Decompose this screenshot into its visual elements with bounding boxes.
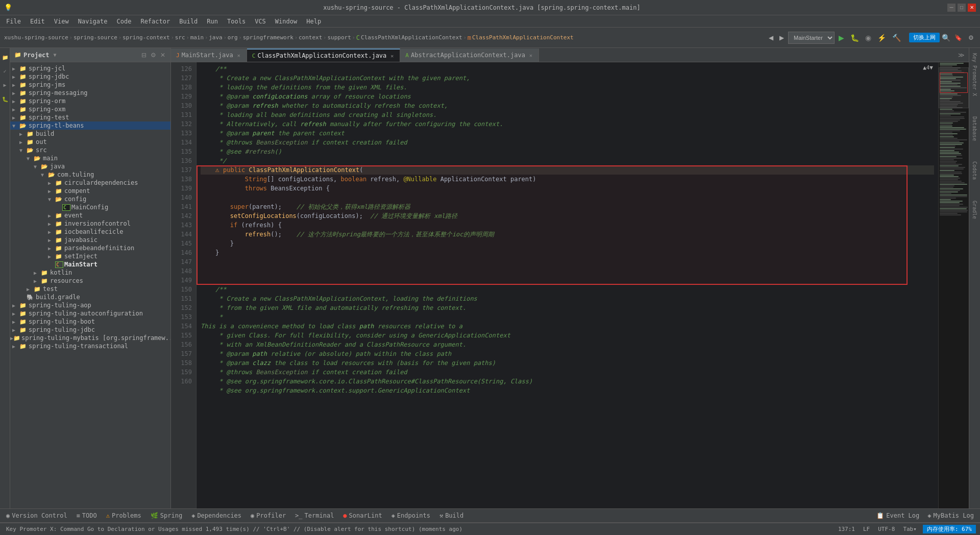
tree-item[interactable]: ▶📁spring-tuling-autoconfiguration: [10, 309, 170, 318]
tree-item[interactable]: ▶📁inversionofcontrol: [10, 220, 170, 228]
tree-item[interactable]: ▶📁spring-messaging: [10, 89, 170, 97]
coverage-button[interactable]: ◉: [863, 33, 873, 43]
menu-item-help[interactable]: Help: [302, 17, 325, 26]
bottom-tab-spring[interactable]: 🌿 Spring: [146, 511, 186, 520]
breadcrumb-main[interactable]: main: [190, 34, 204, 41]
switch-network-button[interactable]: 切换上网: [909, 33, 940, 42]
tree-item[interactable]: ▶📁spring-jdbc: [10, 72, 170, 81]
tree-item[interactable]: ▶📁spring-tuling-boot: [10, 318, 170, 326]
project-collapse-button[interactable]: ⊟: [140, 51, 148, 60]
commit-icon[interactable]: ✓: [0, 66, 10, 76]
status-line[interactable]: 137:1: [836, 526, 857, 532]
breadcrumb-org[interactable]: org: [228, 34, 238, 41]
tree-item[interactable]: ▼📂main: [10, 154, 170, 162]
bottom-tab-versioncontrol[interactable]: ◉ Version Control: [2, 511, 71, 520]
menu-item-code[interactable]: Code: [113, 17, 136, 26]
menu-item-run[interactable]: Run: [203, 17, 222, 26]
tree-item[interactable]: ▼📂com.tuling: [10, 171, 170, 179]
memory-usage[interactable]: 内存使用率: 67%: [923, 525, 976, 533]
tree-item[interactable]: ▶📁circulardependencies: [10, 179, 170, 187]
bottom-tab-problems[interactable]: ⚠ Problems: [102, 511, 145, 520]
project-settings-button[interactable]: ⚙: [150, 51, 157, 60]
scroll-map[interactable]: [938, 62, 969, 508]
debug-button[interactable]: 🐛: [848, 33, 861, 43]
tree-item[interactable]: ▶📁spring-tuling-transactional: [10, 342, 170, 350]
menu-item-build[interactable]: Build: [175, 17, 202, 26]
tree-item[interactable]: ▶📁build: [10, 130, 170, 138]
tree-item[interactable]: ▶📁setInject: [10, 252, 170, 260]
tree-item[interactable]: ▶📁javabasic: [10, 236, 170, 244]
tree-item[interactable]: ▼📂config: [10, 195, 170, 203]
tree-item[interactable]: ▶📁spring-tuling-mybatis [org.springframe…: [10, 334, 170, 342]
tab-abstractapplication[interactable]: A AbstractApplicationContext.java ✕: [400, 48, 539, 62]
menu-item-refactor[interactable]: Refactor: [136, 17, 174, 26]
tree-item[interactable]: ▶📁test: [10, 285, 170, 293]
tree-item[interactable]: ▶📁spring-tuling-aop: [10, 301, 170, 309]
bottom-tab-eventlog[interactable]: 📋 Event Log: [872, 511, 923, 520]
menu-item-vcs[interactable]: VCS: [251, 17, 270, 26]
maximize-button[interactable]: □: [958, 4, 966, 12]
menu-item-tools[interactable]: Tools: [223, 17, 250, 26]
tree-item[interactable]: ▶📁parsebeandefinition: [10, 244, 170, 252]
project-dropdown-icon[interactable]: ▼: [54, 52, 57, 58]
search-button[interactable]: 🔍: [942, 34, 950, 42]
project-icon[interactable]: 📁: [0, 52, 10, 62]
code-content[interactable]: /** * Create a new ClassPathXmlApplicati…: [197, 62, 938, 508]
tree-item[interactable]: ▶📁event: [10, 211, 170, 220]
debug-side-icon[interactable]: 🐛: [0, 94, 10, 104]
right-tab-kpx[interactable]: Key Promoter X: [971, 52, 978, 97]
bookmark-button[interactable]: 🔖: [952, 33, 964, 42]
menu-item-navigate[interactable]: Navigate: [74, 17, 112, 26]
back-button[interactable]: ◀: [767, 33, 775, 42]
breadcrumb-springframework[interactable]: springframework: [243, 34, 293, 41]
settings-button[interactable]: ⚙: [966, 33, 976, 42]
tree-item[interactable]: ▶📁iocbeanlifecicle: [10, 228, 170, 236]
tree-item[interactable]: 🐘build.gradle: [10, 293, 170, 301]
right-tab-gradle[interactable]: Gradle: [971, 200, 978, 220]
menu-item-window[interactable]: Window: [271, 17, 301, 26]
right-tab-codota[interactable]: Codota: [971, 160, 978, 181]
project-close-button[interactable]: ✕: [159, 51, 166, 60]
tree-item[interactable]: ▶📁spring-orm: [10, 97, 170, 105]
run-config-select[interactable]: MainStarter: [788, 32, 835, 44]
status-encoding[interactable]: UTF-8: [876, 526, 897, 532]
tree-item[interactable]: ▶📁spring-jms: [10, 81, 170, 89]
bottom-tab-sonarlint[interactable]: ● SonarLint: [339, 511, 386, 520]
tree-item[interactable]: ▶📁spring-jcl: [10, 64, 170, 72]
bottom-tab-endpoints[interactable]: ◈ Endpoints: [387, 511, 434, 520]
tree-item[interactable]: ▼📂src: [10, 146, 170, 154]
tree-item[interactable]: CMainStart: [10, 260, 170, 269]
run-icon[interactable]: ▶: [0, 80, 10, 90]
bottom-tab-terminal[interactable]: >_ Terminal: [291, 511, 338, 520]
profile-button[interactable]: ⚡: [875, 33, 888, 43]
menu-item-edit[interactable]: Edit: [26, 17, 49, 26]
forward-button[interactable]: ▶: [777, 33, 786, 42]
tree-item[interactable]: ▶📁spring-tuling-jdbc: [10, 326, 170, 334]
breadcrumb-java[interactable]: java: [209, 34, 223, 41]
tree-item[interactable]: ▶📁spring-oxm: [10, 105, 170, 113]
tree-item[interactable]: ▶📁kotlin: [10, 269, 170, 277]
status-indent[interactable]: Tab▾: [901, 526, 919, 532]
tree-item[interactable]: ▶📁compent: [10, 187, 170, 195]
right-tab-database[interactable]: Database: [971, 115, 978, 142]
tab-classpathxml[interactable]: C ClassPathXmlApplicationContext.java ✕: [247, 48, 401, 62]
run-button[interactable]: ▶: [837, 33, 846, 43]
tree-item[interactable]: CMainConfig: [10, 203, 170, 211]
breadcrumb-src[interactable]: src: [175, 34, 185, 41]
breadcrumb-context[interactable]: context: [299, 34, 322, 41]
menu-item-view[interactable]: View: [50, 17, 73, 26]
tree-item[interactable]: ▶📁spring-test: [10, 113, 170, 121]
bottom-tab-dependencies[interactable]: ◈ Dependencies: [187, 511, 246, 520]
tree-item[interactable]: ▼📂java: [10, 162, 170, 171]
tab-abstract-close[interactable]: ✕: [529, 53, 532, 58]
bottom-tab-mybatis[interactable]: ◈ MyBatis Log: [923, 511, 978, 520]
breadcrumb-spring-source[interactable]: spring-source: [74, 34, 117, 41]
tree-item[interactable]: ▶📁resources: [10, 277, 170, 285]
tree-item[interactable]: ▶📁out: [10, 138, 170, 146]
minimize-button[interactable]: ─: [947, 4, 955, 12]
bottom-tab-build[interactable]: ⚒ Build: [435, 511, 468, 520]
breadcrumb-support[interactable]: support: [327, 34, 351, 41]
status-line-ending[interactable]: LF: [861, 526, 872, 532]
tab-mainstart[interactable]: J MainStart.java ✕: [171, 48, 247, 62]
tab-classpathxml-close[interactable]: ✕: [390, 53, 394, 59]
